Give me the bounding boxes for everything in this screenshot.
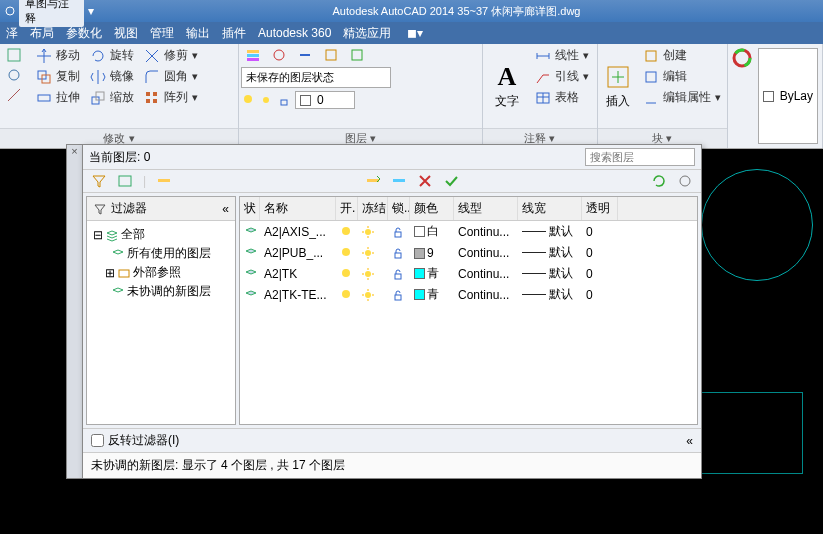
- layer-state-icon[interactable]: [117, 173, 133, 189]
- layer-color[interactable]: 青: [410, 263, 454, 284]
- menu-item[interactable]: 布局: [30, 25, 54, 42]
- unlock-icon[interactable]: [392, 268, 404, 280]
- layer-lineweight[interactable]: —— 默认: [518, 284, 582, 305]
- insert-button[interactable]: 插入: [600, 46, 637, 126]
- layer-transparency[interactable]: 0: [582, 244, 618, 262]
- create-block-button[interactable]: 创建: [639, 46, 725, 65]
- copy-button[interactable]: 复制: [32, 67, 84, 86]
- leader-button[interactable]: 引线 ▾: [531, 67, 593, 86]
- layer-combo[interactable]: 0: [295, 91, 355, 109]
- menu-item[interactable]: 输出: [186, 25, 210, 42]
- fillet-button[interactable]: 圆角 ▾: [140, 67, 202, 86]
- svg-rect-27: [119, 176, 131, 186]
- layer-lineweight[interactable]: —— 默认: [518, 263, 582, 284]
- color-wheel-icon[interactable]: [732, 48, 752, 68]
- new-layer-icon[interactable]: [156, 173, 172, 189]
- scale-icon: [90, 90, 106, 106]
- sun-icon[interactable]: [362, 226, 374, 238]
- linear-dim-button[interactable]: 线性 ▾: [531, 46, 593, 65]
- scale-button[interactable]: 缩放: [86, 88, 138, 107]
- filter-tree-header[interactable]: 过滤器«: [87, 197, 235, 221]
- trim-button[interactable]: 修剪 ▾: [140, 46, 202, 65]
- tree-item-all[interactable]: ⊟ 全部: [89, 225, 233, 244]
- layer-row[interactable]: A2|AXIS_...白Continu...—— 默认0: [240, 221, 697, 242]
- tree-item-xref[interactable]: ⊞ 外部参照: [89, 263, 233, 282]
- menu-item[interactable]: 参数化: [66, 25, 102, 42]
- layer-row[interactable]: A2|TK青Continu...—— 默认0: [240, 263, 697, 284]
- array-button[interactable]: 阵列 ▾: [140, 88, 202, 107]
- layer-lineweight[interactable]: —— 默认: [518, 242, 582, 263]
- search-layer-input[interactable]: [585, 148, 695, 166]
- unlock-icon[interactable]: [392, 226, 404, 238]
- workspace-switcher[interactable]: 草图与注释 ▾: [4, 0, 94, 27]
- layer-linetype[interactable]: Continu...: [454, 223, 518, 241]
- tool-small[interactable]: [2, 86, 26, 104]
- menu-item[interactable]: 插件: [222, 25, 246, 42]
- layer-transparency[interactable]: 0: [582, 223, 618, 241]
- layer-tool[interactable]: [345, 46, 369, 64]
- layer-tool[interactable]: [241, 46, 265, 64]
- layer-state-combo[interactable]: 未保存的图层状态: [241, 67, 391, 88]
- layer-linetype[interactable]: Continu...: [454, 286, 518, 304]
- svg-point-37: [365, 250, 371, 256]
- close-icon[interactable]: ×: [67, 145, 82, 157]
- bulb-icon[interactable]: [340, 226, 352, 238]
- layer-name: A2|TK-TE...: [260, 286, 336, 304]
- menu-item[interactable]: 泽: [6, 25, 18, 42]
- layer-color[interactable]: 青: [410, 284, 454, 305]
- delete-layer-icon[interactable]: [417, 173, 433, 189]
- layer-transparency[interactable]: 0: [582, 265, 618, 283]
- layer-transparency[interactable]: 0: [582, 286, 618, 304]
- layer-tool[interactable]: [319, 46, 343, 64]
- table-button[interactable]: 表格: [531, 88, 593, 107]
- layer-color[interactable]: 白: [410, 221, 454, 242]
- text-icon: A: [493, 63, 521, 91]
- tree-item-used[interactable]: 所有使用的图层: [89, 244, 233, 263]
- layer-lineweight[interactable]: —— 默认: [518, 221, 582, 242]
- invert-filter-row[interactable]: 反转过滤器(I)«: [83, 428, 701, 452]
- new-layer-icon[interactable]: [365, 173, 381, 189]
- layer-filter-icon[interactable]: [91, 173, 107, 189]
- layer-tool[interactable]: [293, 46, 317, 64]
- sun-icon[interactable]: [362, 247, 374, 259]
- layer-list-header[interactable]: 状 名称 开. 冻结 锁.. 颜色 线型 线宽 透明: [240, 197, 697, 221]
- edit-block-button[interactable]: 编辑: [639, 67, 725, 86]
- set-current-icon[interactable]: [443, 173, 459, 189]
- svg-rect-10: [146, 99, 150, 103]
- layer-linetype[interactable]: Continu...: [454, 265, 518, 283]
- move-button[interactable]: 移动: [32, 46, 84, 65]
- rotate-button[interactable]: 旋转: [86, 46, 138, 65]
- refresh-icon[interactable]: [651, 173, 667, 189]
- menu-item[interactable]: 精选应用: [343, 25, 391, 42]
- tool-small[interactable]: [2, 46, 26, 64]
- stretch-button[interactable]: 拉伸: [32, 88, 84, 107]
- new-layer-freeze-icon[interactable]: [391, 173, 407, 189]
- layer-row[interactable]: A2|TK-TE...青Continu...—— 默认0: [240, 284, 697, 305]
- color-combo[interactable]: ByLay: [758, 48, 818, 144]
- unlock-icon[interactable]: [392, 289, 404, 301]
- layer-color[interactable]: 9: [410, 244, 454, 262]
- workspace-label: 草图与注释: [19, 0, 84, 27]
- tree-item-unrec[interactable]: 未协调的新图层: [89, 282, 233, 301]
- layer-linetype[interactable]: Continu...: [454, 244, 518, 262]
- menu-item[interactable]: Autodesk 360: [258, 26, 331, 40]
- bulb-icon[interactable]: [340, 268, 352, 280]
- bulb-icon[interactable]: [340, 289, 352, 301]
- menu-overflow-icon[interactable]: ◼▾: [407, 26, 423, 40]
- sun-icon[interactable]: [362, 289, 374, 301]
- tool-small[interactable]: [2, 66, 26, 84]
- invert-filter-checkbox[interactable]: [91, 434, 104, 447]
- settings-icon[interactable]: [677, 173, 693, 189]
- edit-attr-button[interactable]: 编辑属性 ▾: [639, 88, 725, 107]
- bulb-icon[interactable]: [340, 247, 352, 259]
- svg-rect-17: [352, 50, 362, 60]
- sun-icon[interactable]: [362, 268, 374, 280]
- unlock-icon[interactable]: [392, 247, 404, 259]
- menu-item[interactable]: 管理: [150, 25, 174, 42]
- menu-item[interactable]: 视图: [114, 25, 138, 42]
- palette-handle[interactable]: ×: [66, 144, 82, 479]
- layer-tool[interactable]: [267, 46, 291, 64]
- layer-row[interactable]: A2|PUB_...9Continu...—— 默认0: [240, 242, 697, 263]
- text-button[interactable]: A文字: [485, 46, 529, 126]
- mirror-button[interactable]: 镜像: [86, 67, 138, 86]
